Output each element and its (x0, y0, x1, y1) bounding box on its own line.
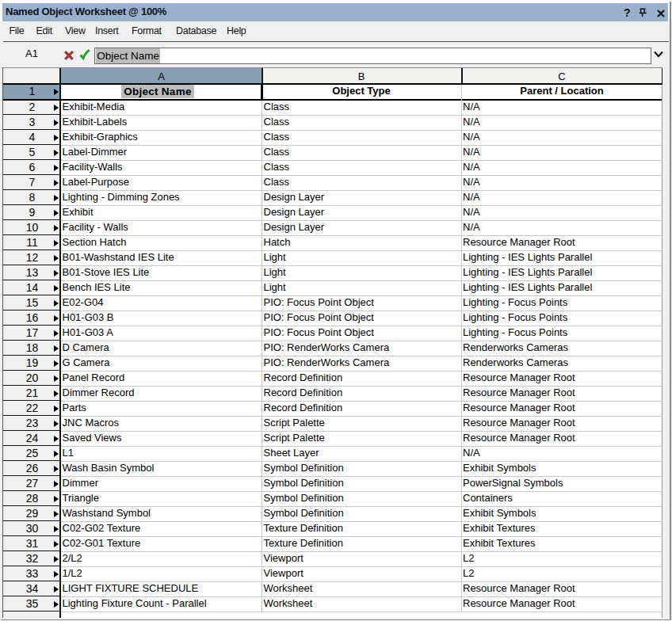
svg-text:?: ? (624, 6, 631, 19)
